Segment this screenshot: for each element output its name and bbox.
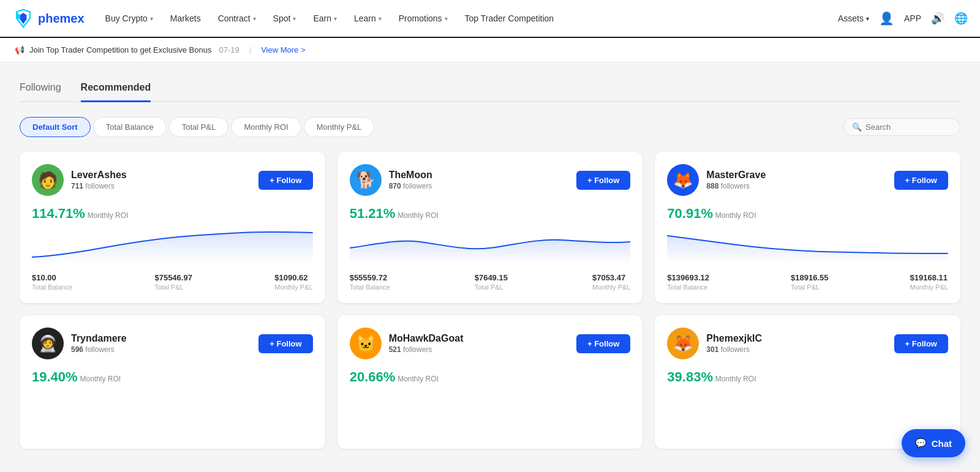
trader-card: 🧑 LeverAshes 711 followers + Follow 114.… bbox=[20, 152, 325, 303]
caret-icon: ▾ bbox=[293, 15, 296, 22]
trader-roi-value: 114.71% Monthly ROI bbox=[32, 206, 313, 222]
nav-contract[interactable]: Contract ▾ bbox=[212, 9, 262, 28]
trader-followers: 521 followers bbox=[389, 345, 569, 354]
stat-total-pl: $75546.97 Total P&L bbox=[154, 273, 192, 291]
nav-app[interactable]: APP bbox=[904, 13, 921, 23]
search-icon: 🔍 bbox=[852, 122, 862, 132]
trader-grid: 🧑 LeverAshes 711 followers + Follow 114.… bbox=[20, 152, 960, 449]
trader-chart bbox=[32, 227, 313, 263]
sort-total-balance[interactable]: Total Balance bbox=[93, 117, 167, 137]
tab-following[interactable]: Following bbox=[20, 77, 61, 102]
follow-button[interactable]: + Follow bbox=[258, 334, 312, 353]
nav-assets[interactable]: Assets ▾ bbox=[838, 13, 869, 23]
logo[interactable]: phemex bbox=[12, 7, 85, 29]
trader-card: 🐕 TheMoon 870 followers + Follow 51.21% … bbox=[337, 152, 643, 303]
trader-followers: 301 followers bbox=[706, 345, 886, 354]
view-more-link[interactable]: View More > bbox=[261, 45, 305, 54]
stat-monthly-pl: $1090.62 Monthly P&L bbox=[274, 273, 312, 291]
follow-button[interactable]: + Follow bbox=[894, 334, 948, 353]
trader-chart-area bbox=[32, 390, 313, 427]
sort-default[interactable]: Default Sort bbox=[20, 117, 91, 137]
nav-globe-icon[interactable]: 🌐 bbox=[954, 12, 968, 25]
speaker-icon: 📢 bbox=[15, 45, 24, 54]
nav-top-trader[interactable]: Top Trader Competition bbox=[459, 9, 560, 28]
nav-learn[interactable]: Learn ▾ bbox=[348, 9, 388, 28]
trader-name: MoHawkDaGoat bbox=[389, 333, 569, 344]
trader-followers: 711 followers bbox=[71, 182, 251, 190]
trader-roi-value: 70.91% Monthly ROI bbox=[667, 206, 948, 222]
trader-roi-value: 39.83% Monthly ROI bbox=[667, 369, 948, 385]
caret-icon: ▾ bbox=[150, 15, 153, 22]
trader-followers: 870 followers bbox=[389, 182, 569, 190]
follow-button[interactable]: + Follow bbox=[894, 171, 948, 190]
trader-header: 🧑 LeverAshes 711 followers + Follow bbox=[32, 164, 313, 196]
sort-monthly-pl[interactable]: Monthly P&L bbox=[304, 117, 375, 137]
trader-header: 🐱 MoHawkDaGoat 521 followers + Follow bbox=[350, 328, 631, 359]
announce-text: Join Top Trader Competition to get Exclu… bbox=[29, 45, 211, 54]
nav-promotions[interactable]: Promotions ▾ bbox=[393, 9, 454, 28]
trader-info: LeverAshes 711 followers bbox=[71, 170, 251, 190]
chat-button[interactable]: 💬 Chat bbox=[902, 429, 965, 457]
trader-chart-area bbox=[32, 227, 313, 263]
trader-header: 🧑‍🚀 Tryndamere 596 followers + Follow bbox=[32, 328, 313, 359]
search-input[interactable] bbox=[865, 122, 951, 132]
trader-name: PhemexjkIC bbox=[706, 333, 886, 344]
svg-marker-1 bbox=[20, 13, 27, 24]
trader-name: Tryndamere bbox=[71, 333, 251, 344]
trader-avatar: 🧑 bbox=[32, 164, 64, 196]
trader-avatar: 🐱 bbox=[350, 328, 382, 359]
trader-info: MoHawkDaGoat 521 followers bbox=[389, 333, 569, 354]
trader-avatar: 🦊 bbox=[667, 328, 699, 359]
stat-total-pl: $7649.15 Total P&L bbox=[475, 273, 508, 291]
trader-header: 🦊 MasterGrave 888 followers + Follow bbox=[667, 164, 948, 196]
search-box: 🔍 bbox=[843, 118, 960, 136]
trader-avatar: 🦊 bbox=[667, 164, 699, 196]
nav-buy-crypto[interactable]: Buy Crypto ▾ bbox=[99, 9, 159, 28]
nav-user-icon[interactable]: 👤 bbox=[879, 11, 894, 26]
trader-roi-value: 19.40% Monthly ROI bbox=[32, 369, 313, 385]
sort-total-pl[interactable]: Total P&L bbox=[169, 117, 229, 137]
follow-button[interactable]: + Follow bbox=[576, 334, 630, 353]
stat-total-pl: $18916.55 Total P&L bbox=[791, 273, 828, 291]
trader-card: 🐱 MoHawkDaGoat 521 followers + Follow 20… bbox=[337, 315, 643, 449]
trader-card: 🧑‍🚀 Tryndamere 596 followers + Follow 19… bbox=[20, 315, 325, 449]
nav-sound-icon[interactable]: 🔊 bbox=[931, 12, 944, 25]
trader-chart bbox=[350, 227, 631, 263]
chat-label: Chat bbox=[932, 438, 952, 449]
announce-date: 07-19 bbox=[219, 45, 239, 54]
stat-total-balance: $139693.12 Total Balance bbox=[667, 273, 709, 291]
logo-text: phemex bbox=[38, 12, 85, 26]
announce-bar: 📢 Join Top Trader Competition to get Exc… bbox=[0, 38, 980, 62]
trader-info: TheMoon 870 followers bbox=[389, 170, 569, 190]
tab-recommended[interactable]: Recommended bbox=[81, 77, 151, 102]
trader-card: 🦊 MasterGrave 888 followers + Follow 70.… bbox=[655, 152, 960, 303]
navbar: phemex Buy Crypto ▾ Markets Contract ▾ S… bbox=[0, 0, 980, 38]
chat-icon: 💬 bbox=[915, 438, 927, 449]
trader-stats: $55559.72 Total Balance $7649.15 Total P… bbox=[350, 273, 631, 291]
caret-icon: ▾ bbox=[445, 15, 448, 22]
nav-markets[interactable]: Markets bbox=[164, 9, 207, 28]
nav-earn[interactable]: Earn ▾ bbox=[307, 9, 343, 28]
caret-icon: ▾ bbox=[253, 15, 256, 22]
trader-followers: 596 followers bbox=[71, 345, 251, 354]
phemex-logo-icon bbox=[12, 7, 34, 29]
trader-chart-area bbox=[350, 390, 631, 427]
main-content: Following Recommended Default Sort Total… bbox=[0, 62, 980, 472]
trader-name: TheMoon bbox=[389, 170, 569, 181]
trader-info: PhemexjkIC 301 followers bbox=[706, 333, 886, 354]
nav-right: Assets ▾ 👤 APP 🔊 🌐 bbox=[838, 11, 968, 26]
caret-icon: ▾ bbox=[334, 15, 337, 22]
trader-followers: 888 followers bbox=[706, 182, 886, 190]
stat-total-balance: $10.00 Total Balance bbox=[32, 273, 72, 291]
sort-monthly-roi[interactable]: Monthly ROI bbox=[231, 117, 301, 137]
trader-header: 🐕 TheMoon 870 followers + Follow bbox=[350, 164, 631, 196]
follow-button[interactable]: + Follow bbox=[576, 171, 630, 190]
trader-header: 🦊 PhemexjkIC 301 followers + Follow bbox=[667, 328, 948, 359]
trader-avatar: 🧑‍🚀 bbox=[32, 328, 64, 359]
caret-icon: ▾ bbox=[379, 15, 382, 22]
trader-chart-area bbox=[350, 227, 631, 263]
trader-name: MasterGrave bbox=[706, 170, 886, 181]
trader-roi-value: 20.66% Monthly ROI bbox=[350, 369, 631, 385]
nav-spot[interactable]: Spot ▾ bbox=[267, 9, 303, 28]
follow-button[interactable]: + Follow bbox=[258, 171, 312, 190]
